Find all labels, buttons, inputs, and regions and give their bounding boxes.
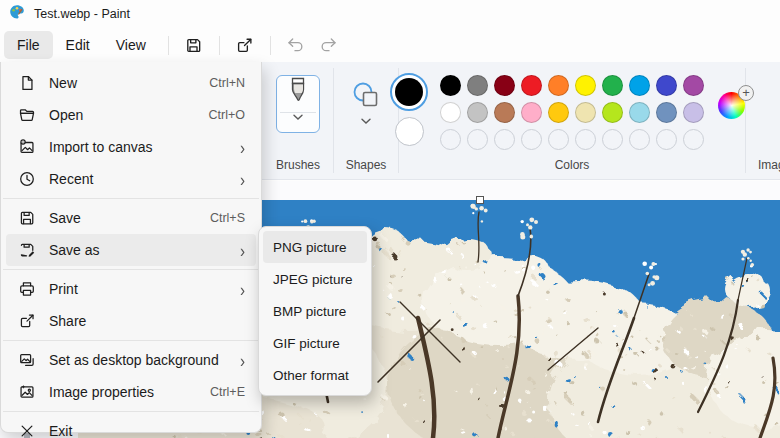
empty-color-slot[interactable] (575, 129, 596, 150)
submenu-arrow-icon: › (240, 280, 245, 299)
paint-window: Test.webp - Paint File Edit View (0, 0, 780, 438)
menu-separator (3, 269, 259, 270)
menu-item-image-properties[interactable]: Image properties Ctrl+E (6, 376, 256, 408)
file-menu-button[interactable]: File (4, 31, 53, 59)
paint-app-icon (9, 4, 25, 24)
empty-color-slot[interactable] (656, 129, 677, 150)
redo-icon (318, 35, 338, 55)
titlebar: Test.webp - Paint (0, 0, 780, 28)
share-button[interactable] (229, 32, 261, 59)
printer-icon (17, 280, 36, 299)
menu-separator (3, 340, 259, 341)
color-swatch[interactable] (575, 102, 596, 123)
color-swatch[interactable] (602, 75, 623, 96)
menu-item-set-as-desktop-background[interactable]: Set as desktop background › (6, 344, 256, 376)
empty-color-slot[interactable] (440, 129, 461, 150)
color-swatch[interactable] (629, 102, 650, 123)
empty-color-slot[interactable] (629, 129, 650, 150)
undo-icon (286, 35, 306, 55)
empty-color-slot[interactable] (494, 129, 515, 150)
close-icon (17, 422, 36, 438)
menu-separator (3, 411, 259, 412)
submenu-item-jpeg[interactable]: JPEG picture (263, 263, 367, 295)
color-palette (440, 75, 704, 150)
brush-icon (287, 76, 309, 110)
file-menu: New Ctrl+N Import to canvas Open Ctrl+O … (0, 62, 262, 433)
window-title: Test.webp - Paint (34, 7, 130, 21)
share-icon (17, 312, 36, 331)
empty-color-slot[interactable] (521, 129, 542, 150)
submenu-item-other[interactable]: Other format (263, 359, 367, 391)
submenu-item-bmp[interactable]: BMP picture (263, 295, 367, 327)
color-swatch[interactable] (575, 75, 596, 96)
menubar: File Edit View (0, 28, 780, 62)
empty-color-slot[interactable] (548, 129, 569, 150)
image-group: Image (746, 62, 780, 179)
open-folder-icon (17, 106, 36, 125)
submenu-arrow-icon: › (240, 170, 245, 189)
menu-item-new[interactable]: New Ctrl+N (6, 67, 256, 99)
save-button[interactable] (178, 32, 210, 59)
menu-item-exit[interactable]: Exit (6, 415, 256, 438)
edit-menu-button[interactable]: Edit (53, 31, 103, 59)
image-properties-icon (17, 383, 36, 402)
save-as-icon (17, 241, 36, 260)
divider (168, 36, 169, 55)
share-icon (235, 36, 254, 55)
color2-swatch[interactable] (395, 117, 424, 146)
color-swatch[interactable] (467, 102, 488, 123)
submenu-arrow-icon: › (240, 138, 245, 157)
color-swatch[interactable] (602, 102, 623, 123)
color-swatch[interactable] (521, 75, 542, 96)
color-swatch[interactable] (656, 102, 677, 123)
image-group-label: Image (758, 158, 780, 172)
empty-color-slot[interactable] (683, 129, 704, 150)
menu-item-recent[interactable]: Recent › (6, 163, 256, 195)
save-icon (184, 36, 203, 55)
menu-item-import-to-canvas[interactable]: Import to canvas › (6, 131, 256, 163)
color1-swatch[interactable] (390, 73, 428, 111)
menu-item-share[interactable]: Share (6, 305, 256, 337)
color-swatch[interactable] (440, 75, 461, 96)
empty-color-slot[interactable] (467, 129, 488, 150)
color-swatch[interactable] (683, 75, 704, 96)
brushes-group: Brushes (263, 62, 333, 179)
canvas-resize-handle[interactable] (476, 196, 484, 204)
color-swatch[interactable] (494, 75, 515, 96)
chevron-down-icon[interactable] (292, 113, 304, 121)
color-swatch[interactable] (548, 102, 569, 123)
color-swatch[interactable] (683, 102, 704, 123)
submenu-arrow-icon: › (240, 351, 245, 370)
import-image-icon (17, 138, 36, 157)
redo-button[interactable] (312, 32, 344, 59)
clock-icon (17, 170, 36, 189)
colors-group-label: Colors (399, 158, 745, 172)
menu-item-save-as[interactable]: Save as › (6, 234, 256, 266)
menu-item-open[interactable]: Import to canvas Open Ctrl+O (6, 99, 256, 131)
shapes-group-label: Shapes (334, 158, 398, 172)
colors-group: + Colors (399, 62, 745, 179)
undo-button[interactable] (280, 32, 312, 59)
menu-item-save[interactable]: Save Ctrl+S (6, 202, 256, 234)
save-as-submenu: PNG picture JPEG picture BMP picture GIF… (258, 226, 372, 396)
view-menu-button[interactable]: View (103, 31, 159, 59)
desktop-background-icon (17, 351, 36, 370)
color-swatch[interactable] (467, 75, 488, 96)
color-swatch[interactable] (494, 102, 515, 123)
color-swatch[interactable] (440, 102, 461, 123)
submenu-item-png[interactable]: PNG picture (263, 231, 367, 263)
empty-color-slot[interactable] (602, 129, 623, 150)
menu-item-print[interactable]: Print › (6, 273, 256, 305)
submenu-item-gif[interactable]: GIF picture (263, 327, 367, 359)
chevron-down-icon[interactable] (360, 117, 372, 125)
color-swatch[interactable] (629, 75, 650, 96)
brushes-group-label: Brushes (263, 158, 333, 172)
color-swatch[interactable] (656, 75, 677, 96)
divider (270, 36, 271, 55)
new-file-icon (17, 74, 36, 93)
color-swatch[interactable] (521, 102, 542, 123)
color-swatch[interactable] (548, 75, 569, 96)
divider (219, 36, 220, 55)
brushes-button[interactable] (276, 75, 320, 133)
menu-separator (3, 198, 259, 199)
